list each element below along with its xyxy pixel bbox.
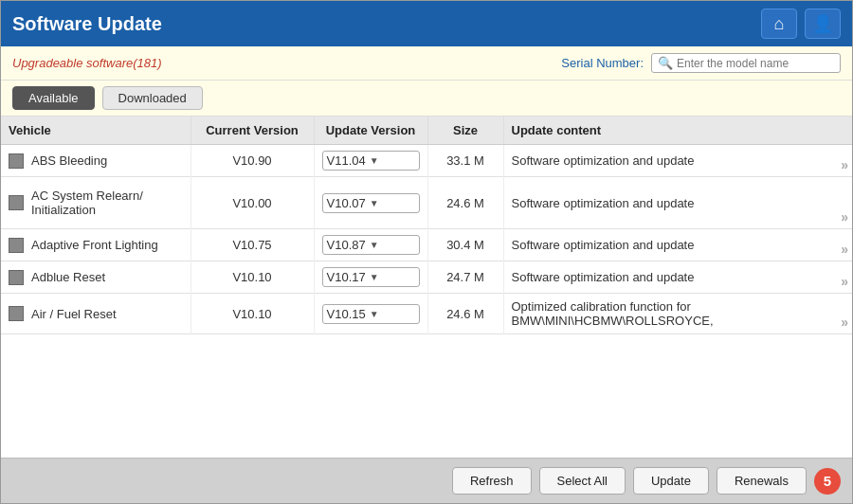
size-cell-3: 24.7 M <box>427 261 503 294</box>
home-icon: ⌂ <box>774 14 785 34</box>
user-button[interactable]: 👤 <box>805 9 841 39</box>
version-dropdown-0[interactable]: V11.04 ▼ <box>322 151 420 171</box>
vehicle-name-4: Air / Fuel Reset <box>31 307 117 321</box>
dropdown-arrow-3: ▼ <box>370 272 379 282</box>
vehicle-cell-1: AC System Relearn/ Initialization <box>1 177 191 229</box>
table-row: Adblue Reset V10.10 V10.17 ▼ 24.7 M Soft… <box>1 261 852 294</box>
upgradeable-count: Upgradeable software(181) <box>12 56 162 70</box>
size-cell-2: 30.4 M <box>427 229 503 261</box>
col-header-current: Current Version <box>191 117 314 145</box>
size-cell-1: 24.6 M <box>427 177 503 229</box>
software-table-wrapper: Vehicle Current Version Update Version S… <box>1 117 852 458</box>
current-version-4: V10.10 <box>191 294 314 334</box>
home-button[interactable]: ⌂ <box>761 9 797 39</box>
dropdown-arrow-2: ▼ <box>370 240 379 250</box>
vehicle-name-0: ABS Bleeding <box>31 153 107 168</box>
vehicle-checkbox-2[interactable] <box>9 238 24 253</box>
dropdown-arrow-4: ▼ <box>370 309 379 319</box>
software-table: Vehicle Current Version Update Version S… <box>1 117 852 334</box>
version-value-2: V10.87 <box>327 238 366 252</box>
size-cell-4: 24.6 M <box>427 294 503 334</box>
vehicle-checkbox-4[interactable] <box>9 306 24 321</box>
update-button[interactable]: Update <box>633 467 709 495</box>
model-search-box[interactable]: 🔍 <box>651 53 841 73</box>
current-version-0: V10.90 <box>191 145 314 177</box>
table-row: Air / Fuel Reset V10.10 V10.15 ▼ 24.6 M … <box>1 294 852 334</box>
vehicle-name-1: AC System Relearn/ Initialization <box>31 189 183 217</box>
chevron-right-icon-4[interactable]: » <box>841 315 848 330</box>
select-all-button[interactable]: Select All <box>539 467 626 495</box>
version-value-3: V10.17 <box>327 270 366 284</box>
version-value-4: V10.15 <box>327 307 366 321</box>
col-header-vehicle: Vehicle <box>1 117 191 145</box>
update-version-cell-2[interactable]: V10.87 ▼ <box>314 229 427 261</box>
chevron-right-icon-0[interactable]: » <box>841 157 848 172</box>
chevron-right-icon-3[interactable]: » <box>841 274 848 289</box>
version-value-1: V10.07 <box>327 196 366 210</box>
badge-count: 5 <box>814 468 841 495</box>
chevron-right-icon-1[interactable]: » <box>841 209 848 225</box>
update-version-cell-0[interactable]: V11.04 ▼ <box>314 145 427 177</box>
model-search-input[interactable] <box>677 57 828 70</box>
vehicle-checkbox-1[interactable] <box>9 195 24 210</box>
version-dropdown-1[interactable]: V10.07 ▼ <box>322 193 420 213</box>
vehicle-name-3: Adblue Reset <box>31 270 105 284</box>
update-content-cell-1: Software optimization and update » <box>503 177 852 229</box>
dropdown-arrow-1: ▼ <box>370 198 379 208</box>
update-version-cell-1[interactable]: V10.07 ▼ <box>314 177 427 229</box>
col-header-size: Size <box>427 117 503 145</box>
tab-bar: Available Downloaded <box>1 81 852 117</box>
update-content-cell-0: Software optimization and update » <box>503 145 852 177</box>
search-icon: 🔍 <box>658 56 673 70</box>
serial-label: Serial Number: <box>561 56 644 70</box>
table-row: AC System Relearn/ Initialization V10.00… <box>1 177 852 229</box>
update-version-cell-4[interactable]: V10.15 ▼ <box>314 294 427 334</box>
vehicle-cell-2: Adaptive Front Lighting <box>1 229 191 261</box>
table-row: Adaptive Front Lighting V10.75 V10.87 ▼ … <box>1 229 852 261</box>
current-version-3: V10.10 <box>191 261 314 294</box>
size-cell-0: 33.1 M <box>427 145 503 177</box>
update-content-cell-2: Software optimization and update » <box>503 229 852 261</box>
vehicle-cell-3: Adblue Reset <box>1 261 191 294</box>
update-content-cell-4: Optimized calibration function for BMW\M… <box>503 294 852 334</box>
current-version-1: V10.00 <box>191 177 314 229</box>
vehicle-checkbox-0[interactable] <box>9 153 24 169</box>
version-value-0: V11.04 <box>327 153 366 168</box>
dropdown-arrow-0: ▼ <box>370 155 379 166</box>
update-content-cell-3: Software optimization and update » <box>503 261 852 294</box>
vehicle-cell-4: Air / Fuel Reset <box>1 294 191 334</box>
footer: Refresh Select All Update Renewals 5 <box>1 458 852 503</box>
vehicle-cell-0: ABS Bleeding <box>1 145 191 177</box>
tab-available[interactable]: Available <box>12 86 95 110</box>
vehicle-name-2: Adaptive Front Lighting <box>31 238 158 252</box>
vehicle-checkbox-3[interactable] <box>9 270 24 285</box>
update-version-cell-3[interactable]: V10.17 ▼ <box>314 261 427 294</box>
version-dropdown-3[interactable]: V10.17 ▼ <box>322 267 420 287</box>
table-row: ABS Bleeding V10.90 V11.04 ▼ 33.1 M Soft… <box>1 145 852 177</box>
chevron-right-icon-2[interactable]: » <box>841 242 848 257</box>
col-header-update: Update Version <box>314 117 427 145</box>
col-header-content: Update content <box>503 117 852 145</box>
version-dropdown-2[interactable]: V10.87 ▼ <box>322 235 420 255</box>
current-version-2: V10.75 <box>191 229 314 261</box>
renewals-button[interactable]: Renewals <box>717 467 807 495</box>
user-icon: 👤 <box>812 13 833 34</box>
refresh-button[interactable]: Refresh <box>452 467 532 495</box>
tab-downloaded[interactable]: Downloaded <box>102 86 203 110</box>
app-title: Software Update <box>12 13 162 35</box>
version-dropdown-4[interactable]: V10.15 ▼ <box>322 304 420 324</box>
